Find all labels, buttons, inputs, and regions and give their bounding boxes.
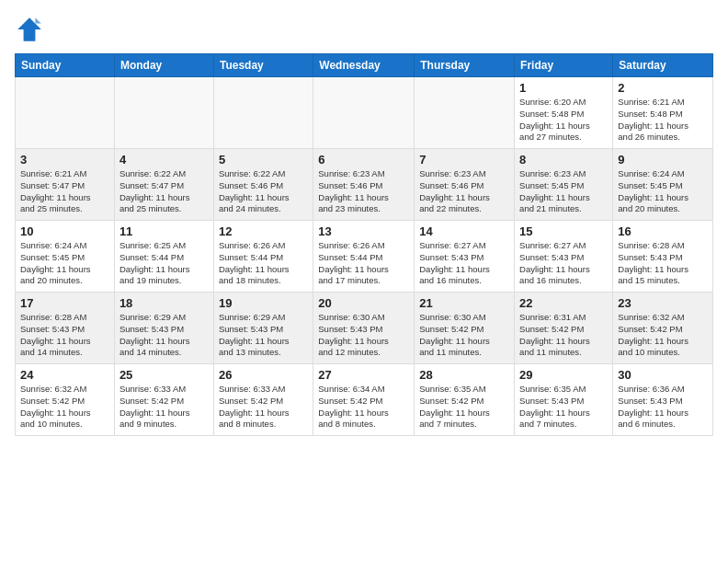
- day-number: 28: [419, 368, 509, 382]
- day-info: Sunrise: 6:31 AM Sunset: 5:42 PM Dayligh…: [519, 312, 608, 359]
- calendar-day-cell: 1Sunrise: 6:20 AM Sunset: 5:48 PM Daylig…: [515, 77, 613, 149]
- day-info: Sunrise: 6:32 AM Sunset: 5:42 PM Dayligh…: [618, 312, 708, 359]
- day-number: 12: [219, 224, 308, 238]
- calendar-week-row: 1Sunrise: 6:20 AM Sunset: 5:48 PM Daylig…: [16, 77, 713, 149]
- day-info: Sunrise: 6:23 AM Sunset: 5:45 PM Dayligh…: [519, 168, 608, 215]
- day-number: 1: [519, 81, 608, 95]
- calendar-day-cell: 27Sunrise: 6:34 AM Sunset: 5:42 PM Dayli…: [313, 364, 415, 436]
- day-info: Sunrise: 6:24 AM Sunset: 5:45 PM Dayligh…: [618, 168, 708, 215]
- day-info: Sunrise: 6:29 AM Sunset: 5:43 PM Dayligh…: [219, 312, 308, 359]
- day-info: Sunrise: 6:20 AM Sunset: 5:48 PM Dayligh…: [519, 97, 608, 144]
- calendar-day-cell: 12Sunrise: 6:26 AM Sunset: 5:44 PM Dayli…: [213, 221, 313, 293]
- calendar-day-cell: 25Sunrise: 6:33 AM Sunset: 5:42 PM Dayli…: [114, 364, 213, 436]
- calendar-day-cell: 17Sunrise: 6:28 AM Sunset: 5:43 PM Dayli…: [16, 293, 115, 364]
- day-number: 24: [20, 368, 109, 382]
- day-number: 19: [219, 296, 308, 310]
- calendar-day-cell: 21Sunrise: 6:30 AM Sunset: 5:42 PM Dayli…: [415, 293, 515, 364]
- day-info: Sunrise: 6:29 AM Sunset: 5:43 PM Dayligh…: [119, 312, 209, 359]
- calendar-week-row: 24Sunrise: 6:32 AM Sunset: 5:42 PM Dayli…: [16, 364, 713, 436]
- calendar-day-cell: 23Sunrise: 6:32 AM Sunset: 5:42 PM Dayli…: [613, 293, 713, 364]
- day-info: Sunrise: 6:30 AM Sunset: 5:42 PM Dayligh…: [419, 312, 509, 359]
- calendar-day-cell: 6Sunrise: 6:23 AM Sunset: 5:46 PM Daylig…: [313, 149, 415, 221]
- day-number: 27: [318, 368, 409, 382]
- day-number: 11: [119, 224, 209, 238]
- day-number: 25: [119, 368, 209, 382]
- calendar-day-header: Tuesday: [213, 54, 313, 77]
- day-info: Sunrise: 6:32 AM Sunset: 5:42 PM Dayligh…: [20, 384, 109, 431]
- header: [15, 15, 713, 44]
- day-number: 15: [519, 224, 608, 238]
- day-info: Sunrise: 6:34 AM Sunset: 5:42 PM Dayligh…: [318, 384, 409, 431]
- calendar-day-cell: 13Sunrise: 6:26 AM Sunset: 5:44 PM Dayli…: [313, 221, 415, 293]
- day-number: 3: [20, 153, 109, 167]
- calendar-day-cell: 19Sunrise: 6:29 AM Sunset: 5:43 PM Dayli…: [213, 293, 313, 364]
- day-number: 2: [618, 81, 708, 95]
- calendar-day-cell: 9Sunrise: 6:24 AM Sunset: 5:45 PM Daylig…: [613, 149, 713, 221]
- day-info: Sunrise: 6:36 AM Sunset: 5:43 PM Dayligh…: [618, 384, 708, 431]
- calendar-day-cell: [114, 77, 213, 149]
- calendar-day-cell: [213, 77, 313, 149]
- calendar-week-row: 10Sunrise: 6:24 AM Sunset: 5:45 PM Dayli…: [16, 221, 713, 293]
- calendar-day-header: Saturday: [613, 54, 713, 77]
- day-number: 13: [318, 224, 409, 238]
- calendar-day-cell: 15Sunrise: 6:27 AM Sunset: 5:43 PM Dayli…: [515, 221, 613, 293]
- day-number: 9: [618, 153, 708, 167]
- day-info: Sunrise: 6:28 AM Sunset: 5:43 PM Dayligh…: [20, 312, 109, 359]
- calendar-day-cell: 22Sunrise: 6:31 AM Sunset: 5:42 PM Dayli…: [515, 293, 613, 364]
- day-number: 23: [618, 296, 708, 310]
- day-info: Sunrise: 6:30 AM Sunset: 5:43 PM Dayligh…: [318, 312, 409, 359]
- calendar-day-cell: 11Sunrise: 6:25 AM Sunset: 5:44 PM Dayli…: [114, 221, 213, 293]
- calendar-day-cell: 7Sunrise: 6:23 AM Sunset: 5:46 PM Daylig…: [415, 149, 515, 221]
- day-info: Sunrise: 6:28 AM Sunset: 5:43 PM Dayligh…: [618, 240, 708, 287]
- calendar-day-cell: 8Sunrise: 6:23 AM Sunset: 5:45 PM Daylig…: [515, 149, 613, 221]
- day-number: 10: [20, 224, 109, 238]
- day-info: Sunrise: 6:23 AM Sunset: 5:46 PM Dayligh…: [419, 168, 509, 215]
- day-info: Sunrise: 6:33 AM Sunset: 5:42 PM Dayligh…: [219, 384, 308, 431]
- calendar-day-cell: 4Sunrise: 6:22 AM Sunset: 5:47 PM Daylig…: [114, 149, 213, 221]
- day-info: Sunrise: 6:33 AM Sunset: 5:42 PM Dayligh…: [119, 384, 209, 431]
- day-number: 5: [219, 153, 308, 167]
- day-info: Sunrise: 6:35 AM Sunset: 5:42 PM Dayligh…: [419, 384, 509, 431]
- logo-icon: [15, 15, 44, 44]
- day-number: 4: [119, 153, 209, 167]
- day-info: Sunrise: 6:22 AM Sunset: 5:47 PM Dayligh…: [119, 168, 209, 215]
- day-info: Sunrise: 6:21 AM Sunset: 5:47 PM Dayligh…: [20, 168, 109, 215]
- day-number: 16: [618, 224, 708, 238]
- day-number: 14: [419, 224, 509, 238]
- day-number: 6: [318, 153, 409, 167]
- calendar-day-cell: 10Sunrise: 6:24 AM Sunset: 5:45 PM Dayli…: [16, 221, 115, 293]
- calendar-day-cell: [313, 77, 415, 149]
- day-number: 26: [219, 368, 308, 382]
- calendar-table: SundayMondayTuesdayWednesdayThursdayFrid…: [15, 53, 713, 436]
- day-info: Sunrise: 6:27 AM Sunset: 5:43 PM Dayligh…: [419, 240, 509, 287]
- day-info: Sunrise: 6:35 AM Sunset: 5:43 PM Dayligh…: [519, 384, 608, 431]
- calendar-day-cell: 3Sunrise: 6:21 AM Sunset: 5:47 PM Daylig…: [16, 149, 115, 221]
- calendar-day-cell: 14Sunrise: 6:27 AM Sunset: 5:43 PM Dayli…: [415, 221, 515, 293]
- page: SundayMondayTuesdayWednesdayThursdayFrid…: [0, 0, 728, 563]
- day-number: 30: [618, 368, 708, 382]
- day-number: 18: [119, 296, 209, 310]
- calendar-day-cell: 2Sunrise: 6:21 AM Sunset: 5:48 PM Daylig…: [613, 77, 713, 149]
- day-info: Sunrise: 6:26 AM Sunset: 5:44 PM Dayligh…: [219, 240, 308, 287]
- day-number: 17: [20, 296, 109, 310]
- day-info: Sunrise: 6:21 AM Sunset: 5:48 PM Dayligh…: [618, 97, 708, 144]
- day-number: 29: [519, 368, 608, 382]
- calendar-day-cell: 16Sunrise: 6:28 AM Sunset: 5:43 PM Dayli…: [613, 221, 713, 293]
- svg-marker-1: [35, 17, 40, 23]
- logo: [15, 15, 50, 44]
- calendar-day-cell: 26Sunrise: 6:33 AM Sunset: 5:42 PM Dayli…: [213, 364, 313, 436]
- calendar-week-row: 3Sunrise: 6:21 AM Sunset: 5:47 PM Daylig…: [16, 149, 713, 221]
- calendar-day-cell: [415, 77, 515, 149]
- calendar-header-row: SundayMondayTuesdayWednesdayThursdayFrid…: [16, 54, 713, 77]
- day-number: 21: [419, 296, 509, 310]
- calendar-week-row: 17Sunrise: 6:28 AM Sunset: 5:43 PM Dayli…: [16, 293, 713, 364]
- calendar-day-header: Wednesday: [313, 54, 415, 77]
- day-info: Sunrise: 6:26 AM Sunset: 5:44 PM Dayligh…: [318, 240, 409, 287]
- day-info: Sunrise: 6:24 AM Sunset: 5:45 PM Dayligh…: [20, 240, 109, 287]
- calendar-day-cell: 5Sunrise: 6:22 AM Sunset: 5:46 PM Daylig…: [213, 149, 313, 221]
- day-number: 8: [519, 153, 608, 167]
- calendar-day-cell: [16, 77, 115, 149]
- day-info: Sunrise: 6:23 AM Sunset: 5:46 PM Dayligh…: [318, 168, 409, 215]
- calendar-day-header: Monday: [114, 54, 213, 77]
- calendar-day-cell: 28Sunrise: 6:35 AM Sunset: 5:42 PM Dayli…: [415, 364, 515, 436]
